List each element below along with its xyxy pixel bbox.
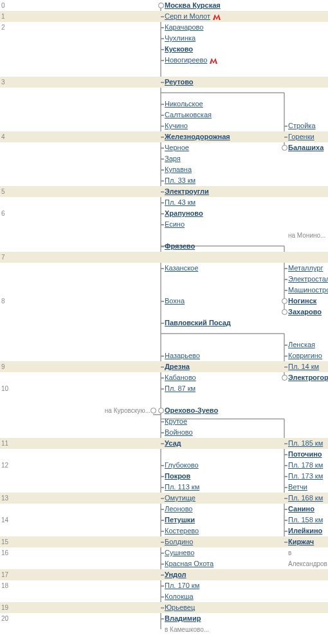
station-link[interactable]: Электросталь — [288, 275, 328, 283]
station-link[interactable]: Сушнево — [165, 549, 194, 556]
station-tick — [284, 126, 287, 127]
station-link[interactable]: Вохна — [165, 297, 185, 305]
row: ЛеоновоСанино — [0, 504, 328, 515]
station-link[interactable]: Карачарово — [165, 23, 203, 31]
station-link[interactable]: Ундол — [165, 571, 186, 578]
station-link[interactable]: Петушки — [165, 516, 195, 524]
station-link[interactable]: Пл. 173 км — [288, 472, 323, 480]
station-link[interactable]: Ногинск — [288, 297, 316, 305]
station-link[interactable]: Поточино — [288, 450, 322, 458]
station-link[interactable]: Санино — [288, 505, 314, 513]
station-link[interactable]: Глубоково — [165, 461, 199, 469]
station-link[interactable]: Пл. 14 км — [288, 363, 319, 370]
station-link[interactable]: Пл. 43 км — [165, 198, 196, 206]
station-link[interactable]: Пл. 170 км — [165, 582, 199, 589]
station-link[interactable]: Пл. 178 км — [288, 461, 323, 469]
station-link[interactable]: Серп и Молот — [165, 12, 210, 20]
station-tick — [284, 268, 287, 269]
station-link[interactable]: Реутово — [165, 78, 194, 86]
row: 3Реутово — [0, 77, 328, 88]
branch-station-cell: Ногинск — [288, 296, 316, 307]
row: КучиноСтройка — [0, 120, 328, 131]
station-link[interactable]: Пл. 158 км — [288, 516, 323, 524]
station-link[interactable]: Заря — [165, 155, 181, 162]
station-link[interactable]: Машиностроитель — [288, 286, 328, 294]
row: Купавна — [0, 164, 328, 175]
station-node-circle — [158, 3, 164, 8]
station-link[interactable]: Балашиха — [288, 144, 323, 151]
station-cell: Новогиреево — [165, 55, 218, 66]
station-link[interactable]: Электрогорск — [288, 374, 328, 381]
station-link[interactable]: Войново — [165, 428, 193, 436]
station-link[interactable]: Киржач — [288, 538, 314, 545]
station-link[interactable]: Стройка — [288, 122, 316, 129]
row: 13ОмутищеПл. 168 км — [0, 493, 328, 504]
station-link[interactable]: Илейкино — [288, 527, 322, 535]
station-link[interactable]: Пл. 185 км — [288, 439, 323, 447]
station-tick — [161, 531, 164, 532]
station-link[interactable]: Кучино — [165, 122, 188, 129]
row: НазарьевоКовригино — [0, 350, 328, 361]
station-link[interactable]: Юрьевец — [165, 603, 195, 611]
station-link[interactable]: Никольское — [165, 100, 203, 108]
station-link[interactable]: Горенки — [288, 133, 314, 140]
row: Пл. 43 км — [0, 197, 328, 208]
station-link[interactable]: Есино — [165, 220, 185, 228]
station-link[interactable]: Павловский Посад — [165, 319, 231, 327]
station-link[interactable]: Кабаново — [165, 374, 196, 381]
station-link[interactable]: Пл. 33 км — [165, 176, 196, 184]
station-link[interactable]: Покров — [165, 472, 190, 480]
row: 7 — [0, 252, 328, 263]
station-tick — [284, 520, 287, 521]
station-link[interactable]: Салтыковская — [165, 111, 212, 118]
station-tick — [284, 509, 287, 510]
station-link[interactable]: Болдино — [165, 538, 193, 545]
station-link[interactable]: Крутое — [165, 417, 187, 425]
station-link[interactable]: Черное — [165, 144, 189, 151]
station-cell: Дрезна — [165, 361, 190, 372]
station-link[interactable]: Москва Курская — [165, 1, 221, 9]
station-link[interactable]: Электроугли — [165, 187, 209, 195]
station-tick — [161, 498, 164, 499]
station-link[interactable]: Купавна — [165, 166, 192, 173]
station-link[interactable]: Металлург — [288, 264, 323, 272]
station-link[interactable]: Костерево — [165, 527, 199, 535]
station-link[interactable]: Ленская — [288, 341, 315, 348]
branch-station-cell: Электрогорск — [288, 372, 328, 383]
station-cell: Костерево — [165, 526, 199, 536]
branch-station-cell: Пл. 14 км — [288, 361, 319, 372]
branch-station-cell: Пл. 173 км — [288, 471, 323, 482]
row: 0Москва Курская — [0, 0, 328, 11]
station-link[interactable]: Пл. 168 км — [288, 494, 323, 502]
row: на Монино... — [0, 230, 328, 241]
station-link[interactable]: Леоново — [165, 505, 192, 513]
station-link[interactable]: Владимир — [165, 614, 201, 622]
station-link[interactable]: Железнодорожная — [165, 133, 230, 140]
station-link[interactable]: Захарово — [288, 308, 322, 316]
station-tick — [161, 509, 164, 510]
station-link[interactable]: Ветчи — [288, 483, 307, 491]
station-link[interactable]: Орехово-Зуево — [165, 406, 218, 414]
row: Поточино — [0, 449, 328, 460]
station-link[interactable]: Казанское — [165, 264, 198, 272]
zone-number: 7 — [1, 252, 5, 263]
station-link[interactable]: Ковригино — [288, 352, 322, 359]
station-link[interactable]: Кусково — [165, 45, 193, 53]
station-link[interactable]: Омутище — [165, 494, 196, 502]
station-link[interactable]: Фрязево — [165, 242, 195, 250]
row: 10Пл. 87 км — [0, 383, 328, 394]
station-tick — [284, 498, 287, 499]
station-link[interactable]: Усад — [165, 439, 181, 447]
station-link[interactable]: Чухлинка — [165, 34, 196, 42]
station-tick — [284, 290, 287, 291]
station-link[interactable]: Новогиреево — [165, 56, 207, 64]
station-link[interactable]: Храпуново — [165, 209, 203, 217]
station-link[interactable]: Назарьево — [165, 352, 200, 359]
station-link[interactable]: Красная Охота — [165, 560, 214, 567]
station-link[interactable]: Пл. 87 км — [165, 384, 196, 392]
station-link[interactable]: Дрезна — [165, 363, 190, 370]
station-link[interactable]: Колокша — [165, 592, 194, 600]
station-cell: Карачарово — [165, 22, 203, 33]
row: Войново — [0, 427, 328, 438]
station-link[interactable]: Пл. 113 км — [165, 483, 199, 491]
